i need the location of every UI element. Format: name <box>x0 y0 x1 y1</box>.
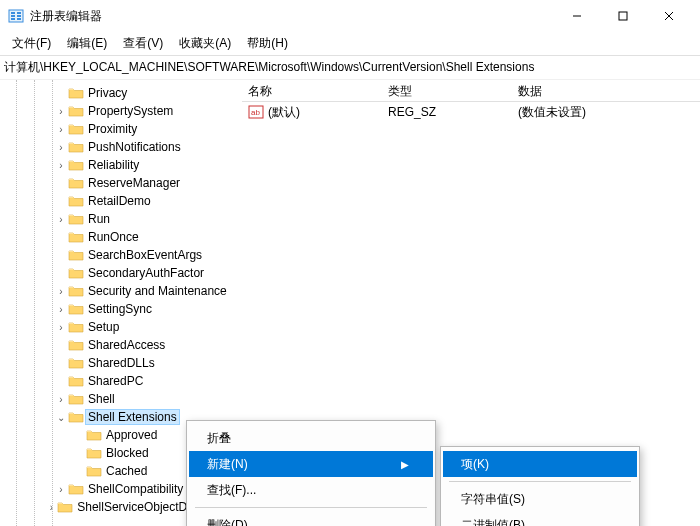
expander-icon[interactable]: › <box>54 124 68 135</box>
folder-icon <box>68 356 84 370</box>
app-icon <box>8 8 24 24</box>
tree-label: Privacy <box>86 86 129 100</box>
tree-label: RetailDemo <box>86 194 153 208</box>
folder-icon <box>68 194 84 208</box>
tree-label: SearchBoxEventArgs <box>86 248 204 262</box>
svg-rect-2 <box>11 15 15 17</box>
ctx-delete[interactable]: 删除(D) <box>189 512 433 526</box>
titlebar: 注册表编辑器 <box>0 0 700 32</box>
tree-label: SharedDLLs <box>86 356 157 370</box>
folder-icon <box>68 302 84 316</box>
ctx-separator <box>195 507 427 508</box>
address-bar[interactable]: 计算机\HKEY_LOCAL_MACHINE\SOFTWARE\Microsof… <box>0 56 700 80</box>
column-type[interactable]: 类型 <box>382 80 512 101</box>
ctx-new[interactable]: 新建(N)▶ <box>189 451 433 477</box>
folder-icon <box>68 410 84 424</box>
svg-text:ab: ab <box>251 108 260 117</box>
value-name: (默认) <box>268 104 300 121</box>
menubar: 文件(F) 编辑(E) 查看(V) 收藏夹(A) 帮助(H) <box>0 32 700 56</box>
svg-rect-1 <box>11 12 15 14</box>
ctx-new-key[interactable]: 项(K) <box>443 451 637 477</box>
menu-help[interactable]: 帮助(H) <box>239 32 296 55</box>
tree-item-reservemanager[interactable]: ReserveManager <box>0 174 238 192</box>
tree-label: Shell <box>86 392 117 406</box>
tree-label: Approved <box>104 428 159 442</box>
tree-item-privacy[interactable]: Privacy <box>0 84 238 102</box>
tree-item-shell[interactable]: ›Shell <box>0 390 238 408</box>
svg-rect-6 <box>17 18 21 20</box>
ctx-new-binary[interactable]: 二进制值(B) <box>443 512 637 526</box>
tree-label: Shell Extensions <box>86 410 179 424</box>
svg-rect-5 <box>17 15 21 17</box>
tree-item-propertysystem[interactable]: ›PropertySystem <box>0 102 238 120</box>
tree-item-runonce[interactable]: RunOnce <box>0 228 238 246</box>
expander-icon[interactable]: › <box>54 304 68 315</box>
menu-edit[interactable]: 编辑(E) <box>59 32 115 55</box>
close-button[interactable] <box>646 0 692 32</box>
column-name[interactable]: 名称 <box>242 80 382 101</box>
menu-view[interactable]: 查看(V) <box>115 32 171 55</box>
svg-rect-3 <box>11 18 15 20</box>
ctx-collapse[interactable]: 折叠 <box>189 425 433 451</box>
expander-icon[interactable]: › <box>54 484 68 495</box>
ctx-new-string[interactable]: 字符串值(S) <box>443 486 637 512</box>
tree-item-proximity[interactable]: ›Proximity <box>0 120 238 138</box>
tree-label: Setup <box>86 320 121 334</box>
tree-label: SettingSync <box>86 302 154 316</box>
expander-icon[interactable]: › <box>54 142 68 153</box>
folder-icon <box>68 158 84 172</box>
folder-icon <box>86 428 102 442</box>
expander-icon[interactable]: › <box>54 106 68 117</box>
tree-item-shareddlls[interactable]: SharedDLLs <box>0 354 238 372</box>
tree-item-secondaryauthfactor[interactable]: SecondaryAuthFactor <box>0 264 238 282</box>
app-title: 注册表编辑器 <box>30 8 102 25</box>
string-value-icon: ab <box>248 105 264 119</box>
tree-item-searchboxeventargs[interactable]: SearchBoxEventArgs <box>0 246 238 264</box>
tree-label: RunOnce <box>86 230 141 244</box>
context-menu: 折叠 新建(N)▶ 查找(F)... 删除(D) <box>186 420 436 526</box>
folder-icon <box>68 392 84 406</box>
folder-icon <box>86 446 102 460</box>
tree-label: Reliability <box>86 158 141 172</box>
minimize-button[interactable] <box>554 0 600 32</box>
folder-icon <box>68 104 84 118</box>
column-data[interactable]: 数据 <box>512 80 700 101</box>
tree-item-retaildemo[interactable]: RetailDemo <box>0 192 238 210</box>
svg-rect-8 <box>619 12 627 20</box>
expander-icon[interactable]: › <box>54 322 68 333</box>
tree-item-setup[interactable]: ›Setup <box>0 318 238 336</box>
folder-icon <box>68 266 84 280</box>
folder-icon <box>68 230 84 244</box>
expander-icon[interactable]: ⌄ <box>54 412 68 423</box>
tree-item-sharedaccess[interactable]: SharedAccess <box>0 336 238 354</box>
tree-label: SharedPC <box>86 374 145 388</box>
tree-item-pushnotifications[interactable]: ›PushNotifications <box>0 138 238 156</box>
folder-icon <box>68 122 84 136</box>
folder-icon <box>68 284 84 298</box>
folder-icon <box>68 482 84 496</box>
tree-item-security-and-maintenance[interactable]: ›Security and Maintenance <box>0 282 238 300</box>
expander-icon[interactable]: › <box>54 286 68 297</box>
expander-icon[interactable]: › <box>54 214 68 225</box>
menu-file[interactable]: 文件(F) <box>4 32 59 55</box>
maximize-button[interactable] <box>600 0 646 32</box>
folder-icon <box>68 86 84 100</box>
tree-item-sharedpc[interactable]: SharedPC <box>0 372 238 390</box>
menu-favorites[interactable]: 收藏夹(A) <box>171 32 239 55</box>
list-row[interactable]: ab (默认) REG_SZ (数值未设置) <box>242 102 700 122</box>
svg-rect-4 <box>17 12 21 14</box>
tree-item-reliability[interactable]: ›Reliability <box>0 156 238 174</box>
folder-icon <box>68 212 84 226</box>
folder-icon <box>68 338 84 352</box>
tree-item-run[interactable]: ›Run <box>0 210 238 228</box>
address-text: 计算机\HKEY_LOCAL_MACHINE\SOFTWARE\Microsof… <box>4 59 534 76</box>
folder-icon <box>68 374 84 388</box>
expander-icon[interactable]: › <box>54 394 68 405</box>
tree-label: ReserveManager <box>86 176 182 190</box>
folder-icon <box>68 320 84 334</box>
ctx-find[interactable]: 查找(F)... <box>189 477 433 503</box>
submenu-arrow-icon: ▶ <box>401 459 409 470</box>
expander-icon[interactable]: › <box>54 160 68 171</box>
tree-item-settingsync[interactable]: ›SettingSync <box>0 300 238 318</box>
tree-label: Security and Maintenance <box>86 284 229 298</box>
